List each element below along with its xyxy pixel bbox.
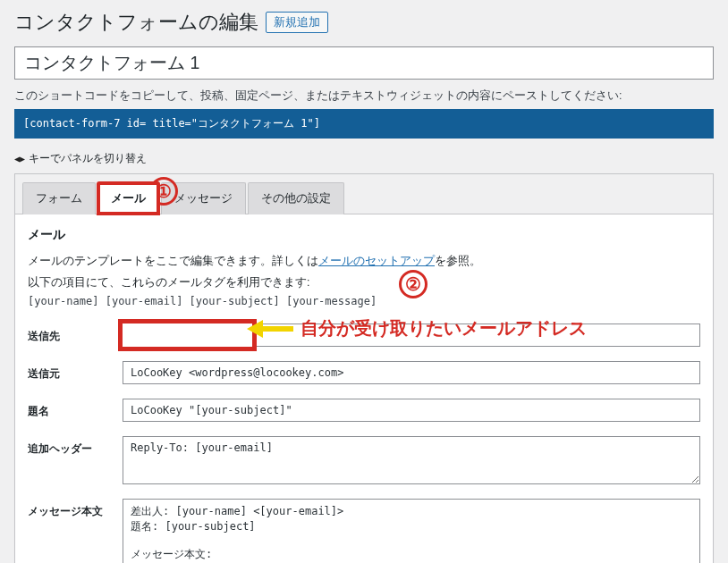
tags-intro: 以下の項目にて、これらのメールタグを利用できます: <box>28 273 700 291</box>
panel-description: メールのテンプレートをここで編集できます。詳しくはメールのセットアップを参照。 <box>28 252 700 270</box>
add-new-button[interactable]: 新規追加 <box>266 12 328 33</box>
label-body: メッセージ本文 <box>28 499 108 519</box>
to-input[interactable] <box>123 324 700 347</box>
panel-heading: メール <box>28 227 700 243</box>
from-input[interactable] <box>123 361 700 384</box>
label-headers: 追加ヘッダー <box>28 436 108 457</box>
form-title-input[interactable] <box>14 46 714 80</box>
mail-tags: [your-name] [your-email] [your-subject] … <box>28 295 700 307</box>
shortcode-display[interactable]: [contact-form-7 id= title="コンタクトフォーム 1"] <box>14 109 714 139</box>
body-textarea[interactable]: 差出人: [your-name] <[your-email]> 題名: [you… <box>123 499 700 563</box>
subject-input[interactable] <box>123 399 700 422</box>
left-right-icon: ◀▶ <box>14 154 25 164</box>
label-to: 送信先 <box>28 324 108 344</box>
tab-form[interactable]: フォーム <box>22 182 96 214</box>
page-title: コンタクトフォームの編集 <box>14 9 258 36</box>
label-from: 送信元 <box>28 361 108 382</box>
tab-other[interactable]: その他の設定 <box>248 182 344 214</box>
tab-messages[interactable]: メッセージ <box>161 182 246 214</box>
panel-toggle-hint: ◀▶ キーでパネルを切り替え <box>14 151 714 166</box>
tabs: フォーム メール メッセージ その他の設定 <box>15 174 713 214</box>
headers-textarea[interactable]: Reply-To: [your-email] <box>123 436 700 484</box>
setup-link[interactable]: メールのセットアップ <box>318 255 435 267</box>
label-subject: 題名 <box>28 399 108 419</box>
shortcode-hint: このショートコードをコピーして、投稿、固定ページ、またはテキストウィジェットの内… <box>14 88 714 104</box>
settings-panel: フォーム メール メッセージ その他の設定 ① メール メールのテンプレートをこ… <box>14 173 714 563</box>
tab-mail[interactable]: メール <box>97 182 159 214</box>
